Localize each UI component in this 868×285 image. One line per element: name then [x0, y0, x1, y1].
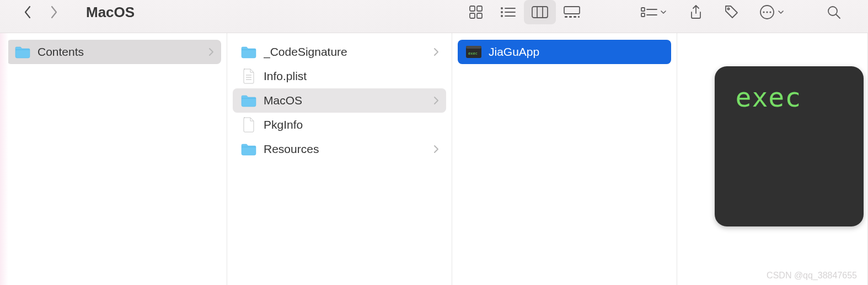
view-mode-group — [460, 0, 588, 24]
folder-item-codesignature[interactable]: _CodeSignature — [233, 40, 446, 64]
folder-icon — [240, 44, 257, 60]
share-button[interactable] — [684, 0, 708, 24]
svg-line-28 — [836, 14, 840, 18]
nav-arrows — [22, 4, 60, 20]
document-icon — [240, 117, 257, 133]
right-toolbar — [634, 0, 846, 24]
svg-point-4 — [501, 7, 503, 9]
icon-view-button[interactable] — [460, 0, 492, 24]
preview-exec-label: exec — [736, 82, 864, 113]
tags-button[interactable] — [719, 0, 743, 24]
folder-item-macos[interactable]: MacOS — [233, 88, 446, 113]
executable-icon: exec — [465, 44, 482, 60]
svg-rect-16 — [574, 16, 576, 18]
folder-item-resources[interactable]: Resources — [233, 137, 446, 161]
svg-rect-10 — [532, 7, 548, 18]
file-item-pkginfo[interactable]: PkgInfo — [233, 113, 446, 137]
folder-icon — [240, 92, 257, 109]
svg-rect-13 — [564, 7, 580, 14]
svg-point-25 — [766, 11, 768, 13]
svg-point-24 — [763, 11, 764, 13]
svg-rect-1 — [477, 6, 482, 11]
back-button[interactable] — [22, 4, 33, 20]
plist-file-icon — [240, 68, 257, 85]
svg-point-22 — [727, 8, 729, 9]
svg-rect-0 — [470, 6, 475, 11]
chevron-right-icon — [432, 145, 441, 154]
toolbar: MacOS — [0, 0, 868, 33]
svg-point-8 — [501, 15, 503, 17]
svg-rect-15 — [569, 16, 572, 18]
folder-icon — [14, 44, 31, 60]
svg-point-6 — [501, 11, 503, 13]
folder-icon — [240, 141, 257, 157]
chevron-right-icon — [432, 48, 441, 56]
column-0: Contents — [0, 33, 227, 285]
file-item-jiaguapp[interactable]: exec JiaGuApp — [458, 40, 671, 64]
column-2: exec JiaGuApp — [452, 33, 677, 285]
svg-text:exec: exec — [468, 51, 478, 56]
item-label: JiaGuApp — [489, 45, 539, 59]
svg-point-26 — [769, 11, 771, 13]
actions-menu-button[interactable] — [754, 0, 789, 24]
group-by-button[interactable] — [634, 0, 673, 24]
gallery-view-button[interactable] — [556, 0, 588, 24]
item-label: Contents — [37, 45, 84, 59]
window-title: MacOS — [86, 4, 135, 21]
column-view-button[interactable] — [524, 0, 556, 24]
file-preview: exec — [715, 66, 864, 226]
item-label: MacOS — [264, 94, 302, 107]
svg-rect-3 — [477, 13, 482, 18]
watermark: CSDN @qq_38847655 — [767, 271, 857, 281]
file-item-info-plist[interactable]: Info.plist — [233, 64, 446, 88]
svg-rect-17 — [578, 16, 580, 18]
item-label: Resources — [264, 142, 319, 156]
forward-button[interactable] — [49, 4, 60, 20]
svg-rect-33 — [466, 46, 481, 49]
search-button[interactable] — [822, 0, 846, 24]
svg-rect-18 — [641, 8, 645, 11]
preview-column: exec — [677, 33, 868, 285]
svg-rect-19 — [641, 13, 645, 17]
column-1: _CodeSignature Info.plist MacOS PkgInfo — [227, 33, 452, 285]
item-label: _CodeSignature — [264, 45, 347, 59]
chevron-right-icon — [432, 96, 441, 105]
folder-item-contents[interactable]: Contents — [7, 40, 221, 64]
list-view-button[interactable] — [492, 0, 524, 24]
chevron-right-icon — [207, 48, 216, 56]
item-label: Info.plist — [264, 70, 307, 83]
svg-rect-14 — [565, 16, 567, 18]
column-browser: Contents _CodeSignature Info.plist MacOS — [0, 33, 868, 285]
item-label: PkgInfo — [264, 118, 303, 131]
svg-rect-2 — [470, 13, 475, 18]
